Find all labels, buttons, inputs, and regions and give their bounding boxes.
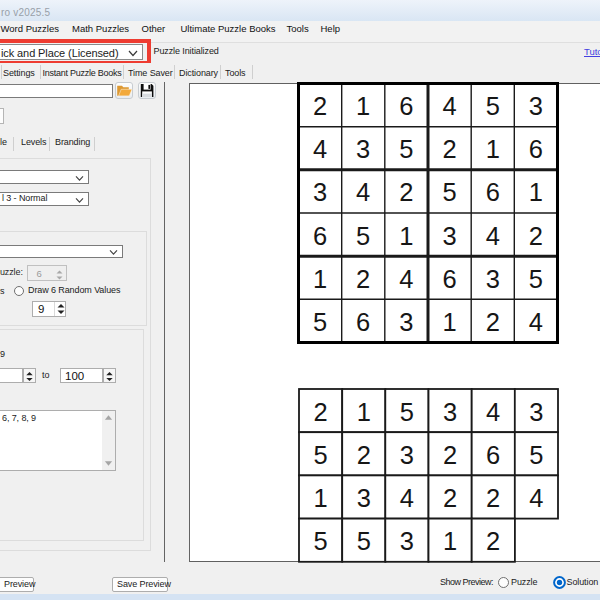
svg-text:1: 1	[486, 135, 500, 163]
svg-text:6: 6	[399, 92, 413, 120]
svg-text:3: 3	[400, 441, 414, 469]
svg-text:2: 2	[486, 484, 500, 512]
svg-text:2: 2	[443, 484, 457, 512]
svg-text:2: 2	[313, 92, 327, 120]
svg-text:3: 3	[529, 92, 543, 120]
svg-text:6: 6	[486, 178, 500, 206]
svg-text:4: 4	[443, 92, 457, 120]
svg-text:4: 4	[486, 398, 500, 426]
svg-text:1: 1	[314, 484, 328, 512]
svg-text:2: 2	[443, 441, 457, 469]
svg-text:2: 2	[357, 441, 371, 469]
svg-text:2: 2	[443, 135, 457, 163]
svg-text:5: 5	[400, 398, 414, 426]
svg-text:6: 6	[486, 441, 500, 469]
svg-text:5: 5	[529, 441, 543, 469]
svg-text:3: 3	[400, 527, 414, 555]
svg-text:6: 6	[313, 222, 327, 250]
svg-text:5: 5	[313, 308, 327, 336]
svg-text:1: 1	[529, 178, 543, 206]
svg-text:5: 5	[357, 527, 371, 555]
svg-text:3: 3	[356, 135, 370, 163]
svg-text:4: 4	[529, 484, 543, 512]
svg-text:5: 5	[443, 178, 457, 206]
svg-text:4: 4	[486, 222, 500, 250]
svg-text:2: 2	[529, 222, 543, 250]
svg-text:3: 3	[357, 484, 371, 512]
svg-text:3: 3	[399, 308, 413, 336]
svg-text:5: 5	[356, 222, 370, 250]
svg-text:1: 1	[313, 265, 327, 293]
svg-text:2: 2	[356, 265, 370, 293]
svg-text:6: 6	[356, 308, 370, 336]
svg-text:4: 4	[399, 265, 413, 293]
svg-text:4: 4	[313, 135, 327, 163]
svg-text:2: 2	[399, 178, 413, 206]
svg-text:2: 2	[314, 398, 328, 426]
svg-text:5: 5	[314, 441, 328, 469]
svg-text:1: 1	[356, 92, 370, 120]
svg-text:4: 4	[400, 484, 414, 512]
svg-text:2: 2	[486, 527, 500, 555]
svg-text:3: 3	[313, 178, 327, 206]
svg-text:5: 5	[486, 92, 500, 120]
svg-text:3: 3	[529, 398, 543, 426]
svg-text:6: 6	[529, 135, 543, 163]
svg-text:1: 1	[357, 398, 371, 426]
svg-text:1: 1	[399, 222, 413, 250]
svg-text:5: 5	[314, 527, 328, 555]
svg-text:3: 3	[443, 222, 457, 250]
svg-text:6: 6	[443, 265, 457, 293]
svg-text:1: 1	[443, 527, 457, 555]
svg-text:1: 1	[443, 308, 457, 336]
svg-text:4: 4	[529, 308, 543, 336]
svg-text:2: 2	[486, 308, 500, 336]
svg-text:5: 5	[399, 135, 413, 163]
svg-text:3: 3	[486, 265, 500, 293]
svg-text:3: 3	[443, 398, 457, 426]
svg-text:4: 4	[356, 178, 370, 206]
svg-text:5: 5	[529, 265, 543, 293]
